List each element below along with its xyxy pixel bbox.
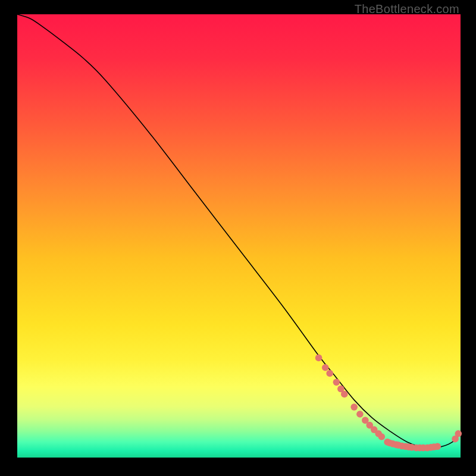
highlight-dot — [356, 411, 364, 418]
highlight-dot — [378, 433, 386, 440]
highlight-dot — [326, 370, 333, 377]
highlight-dot — [322, 364, 329, 371]
curve-layer — [17, 14, 461, 458]
plot-area — [17, 14, 461, 458]
chart-stage: TheBottleneck.com — [0, 0, 476, 476]
highlight-dots — [315, 355, 462, 452]
highlight-dot — [333, 379, 340, 386]
highlight-dot — [350, 403, 358, 411]
highlight-dot — [434, 443, 441, 450]
highlight-dot — [315, 355, 322, 362]
bottleneck-curve — [17, 14, 461, 448]
highlight-dot — [455, 430, 462, 437]
highlight-dot — [341, 391, 348, 398]
